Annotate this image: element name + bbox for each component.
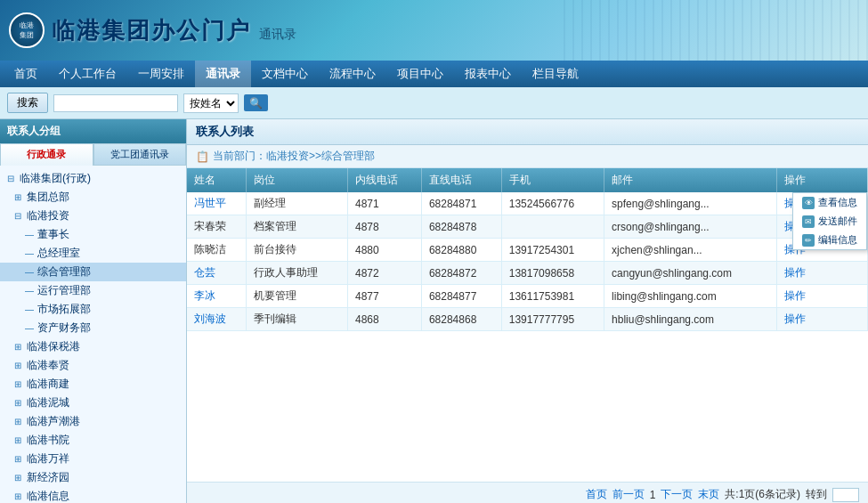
tree-item-jituan[interactable]: ⊞ 集团总部 [0,188,186,207]
tree-expand-icon: ⊟ [14,211,25,221]
logo: 临港集团 [9,12,45,48]
tree-item-fengjing[interactable]: ⊞ 临港奉贤 [0,356,186,375]
col-mobile: 手机 [501,168,604,192]
tree-label: 临港书院 [27,433,69,448]
tree-item-zichan[interactable]: — 资产财务部 [0,319,186,337]
tree-expand-icon: ⊞ [14,192,25,202]
tree-label: 临港信息 [27,489,69,503]
tree-label: 临港万祥 [27,451,69,466]
name-link[interactable]: 李冰 [194,289,215,302]
col-email: 邮件 [604,168,777,192]
ctx-email-icon: ✉ [802,215,815,228]
ctx-view-info[interactable]: 👁 查看信息 [793,193,866,212]
col-name: 姓名 [187,168,247,192]
cell-ext: 4871 [348,192,422,215]
nav-docs[interactable]: 文档中心 [251,61,319,87]
content-title: 联系人列表 [187,119,868,145]
ctx-edit-info[interactable]: ✏ 编辑信息 [793,231,866,249]
name-link[interactable]: 冯世平 [194,197,226,209]
op-button[interactable]: 操作 [784,289,806,302]
cell-direct: 68284868 [421,308,501,331]
table-row: 陈晓洁 前台接待 4880 68284880 13917254301 xjche… [187,239,868,262]
name-link[interactable]: 刘海波 [194,312,226,325]
tree-leaf-icon: — [25,286,36,296]
tree-item-shuyuan[interactable]: ⊞ 临港书院 [0,431,186,450]
breadcrumb-text: 当前部门：临港投资>>综合管理部 [213,149,375,164]
ctx-edit-label: 编辑信息 [818,233,857,247]
contact-table-container: 姓名 岗位 内线电话 直线电话 手机 邮件 操作 冯世平 副经理 4871 [187,168,868,482]
cell-mobile: 13817098658 [501,262,604,285]
name-link[interactable]: 仓芸 [194,266,215,279]
logo-inner: 临港集团 [20,20,34,40]
tree-item-zongjingli[interactable]: — 总经理室 [0,244,186,263]
tree-item-touzi[interactable]: ⊟ 临港投资 [0,207,186,225]
cell-op: 操作 [776,308,867,331]
col-ext: 内线电话 [348,168,422,192]
tree-item-dongshizhang[interactable]: — 董事长 [0,225,186,244]
search-type-select[interactable]: 按姓名 按部门 按电话 [183,93,239,113]
tab-party[interactable]: 党工团通讯录 [93,143,187,166]
nav-workspace[interactable]: 个人工作台 [48,61,127,87]
tree-label: 临港泥城 [27,395,69,410]
header: 临港集团 临港集团办公门户 通讯录 [0,0,868,61]
nav-home[interactable]: 首页 [4,61,48,87]
nav-schedule[interactable]: 一周安排 [127,61,195,87]
tree-item-yunying[interactable]: — 运行管理部 [0,281,186,300]
tree: ⊟ 临港集团(行政) ⊞ 集团总部 ⊟ 临港投资 — 董事长 — 总经理室 [0,166,186,503]
goto-input[interactable] [832,488,859,502]
tree-label: 临港奉贤 [27,358,69,373]
cell-mobile [501,215,604,239]
cell-position: 机要管理 [247,285,348,308]
cell-email: xjchen@shlingan... [604,239,777,262]
search-submit-button[interactable] [244,94,268,111]
tree-item-xinxi[interactable]: ⊞ 临港信息 [0,487,186,503]
col-position: 岗位 [247,168,348,192]
cell-ext: 4877 [348,285,422,308]
nav-column[interactable]: 栏目导航 [522,61,589,87]
tree-expand-icon: ⊞ [14,361,25,370]
tree-item-lingang-group[interactable]: ⊟ 临港集团(行政) [0,169,186,188]
search-button[interactable]: 搜索 [7,93,48,113]
current-page: 1 [650,489,656,501]
tree-leaf-icon: — [25,304,36,314]
breadcrumb: 📋 当前部门：临港投资>>综合管理部 [187,145,868,168]
nav-flow[interactable]: 流程中心 [319,61,386,87]
cell-email: libing@shlingang.com [604,285,777,308]
tree-expand-icon: ⊟ [7,174,18,183]
op-button[interactable]: 操作 [784,266,806,279]
context-menu-popup: 👁 查看信息 ✉ 发送邮件 ✏ 编辑信息 [792,192,867,250]
tree-item-wanxiang[interactable]: ⊞ 临港万祥 [0,450,186,468]
col-op: 操作 [776,168,867,192]
tree-item-baogang[interactable]: ⊞ 临港保税港 [0,337,186,356]
tree-item-shangjian[interactable]: ⊞ 临港商建 [0,375,186,393]
tree-expand-icon: ⊞ [14,454,25,464]
tree-item-zonghe[interactable]: — 综合管理部 [0,263,186,281]
cell-position: 档案管理 [247,215,348,239]
nav-project[interactable]: 项目中心 [386,61,454,87]
next-page-link[interactable]: 下一页 [661,487,693,502]
ctx-send-email[interactable]: ✉ 发送邮件 [793,212,866,231]
table-row: 宋春荣 档案管理 4878 68284878 crsong@shlingang.… [187,215,868,239]
tree-label: 临港保税港 [27,339,80,354]
cell-ext: 4880 [348,239,422,262]
tree-item-xinjingji[interactable]: ⊞ 新经济园 [0,468,186,487]
last-page-link[interactable]: 末页 [698,487,719,502]
tree-label: 市场拓展部 [37,302,91,317]
cell-direct: 68284872 [421,262,501,285]
first-page-link[interactable]: 首页 [586,487,607,502]
table-row: 仓芸 行政人事助理 4872 68284872 13817098658 cang… [187,262,868,285]
tree-item-pudong[interactable]: ⊞ 临港芦潮港 [0,412,186,431]
op-button[interactable]: 操作 [784,312,806,325]
tree-item-shichang[interactable]: — 市场拓展部 [0,300,186,319]
cell-mobile: 13917777795 [501,308,604,331]
nav-contacts[interactable]: 通讯录 [195,61,251,87]
prev-page-link[interactable]: 前一页 [612,487,645,502]
tree-item-nicheng[interactable]: ⊞ 临港泥城 [0,393,186,412]
search-input[interactable] [53,94,178,112]
col-direct: 直线电话 [421,168,501,192]
nav-report[interactable]: 报表中心 [454,61,522,87]
breadcrumb-icon: 📋 [196,150,209,163]
table-header-row: 姓名 岗位 内线电话 直线电话 手机 邮件 操作 [187,168,868,192]
tab-admin[interactable]: 行政通录 [0,143,93,166]
cell-op: 操作 [776,262,867,285]
